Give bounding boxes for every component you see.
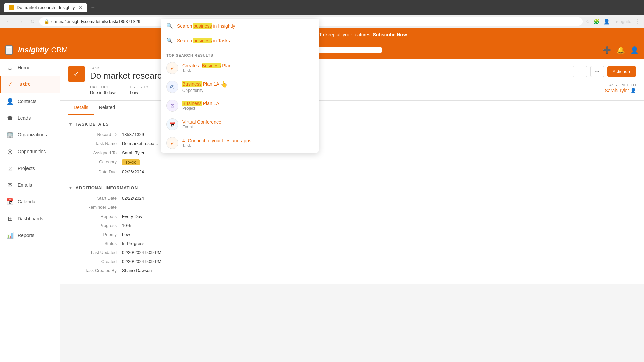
sidebar-item-projects[interactable]: ⧖ Projects	[0, 160, 60, 177]
created-row: Created 02/20/2024 9:09 PM	[68, 259, 636, 264]
search-tasks-icon: 🔍	[166, 37, 173, 44]
status-label: Status	[68, 241, 122, 246]
category-value: To-do	[122, 159, 636, 165]
extensions-icon[interactable]: 🧩	[593, 18, 600, 25]
notifications-icon[interactable]: 🔔	[616, 46, 625, 54]
sidebar-item-calendar[interactable]: 📅 Calendar	[0, 193, 60, 210]
tab-related[interactable]: Related	[94, 101, 120, 115]
hamburger-button[interactable]: ☰	[5, 45, 13, 55]
result-icon-1: ✓	[166, 62, 178, 74]
user-avatar[interactable]: 👤	[630, 46, 639, 54]
search-tasks-option[interactable]: 🔍 Search business in Tasks	[161, 33, 319, 48]
main-content: ✓ TASK Do market research ★ Date Due Due…	[60, 59, 644, 362]
top-results-label: TOP SEARCH RESULTS	[161, 51, 319, 59]
profile-icon[interactable]: 👤	[603, 18, 610, 25]
sidebar-item-reports[interactable]: 📊 Reports	[0, 227, 60, 244]
sidebar-label-reports: Reports	[18, 233, 34, 238]
result-content-1: Create a Business Plan Task	[182, 63, 231, 73]
result-type-2: Opportunity	[182, 88, 228, 93]
date-due-detail-row: Date Due 02/26/2024	[68, 169, 636, 174]
sidebar-item-opportunities[interactable]: ◎ Opportunities	[0, 143, 60, 160]
sidebar-item-contacts[interactable]: 👤 Contacts	[0, 93, 60, 110]
emails-icon: ✉	[6, 181, 14, 189]
progress-row: Progress 10%	[68, 223, 636, 228]
subscribe-link[interactable]: Subscribe Now	[373, 32, 407, 37]
assigned-to-label: Assigned To	[68, 150, 122, 155]
leads-icon: ⬟	[6, 114, 14, 122]
record-id-row: Record ID 185371329	[68, 132, 636, 137]
result-item-2[interactable]: ◎ Business Plan 1A 👆 Opportunity	[161, 77, 319, 96]
assigned-section: Assigned To Sarah Tyler 👤	[605, 83, 636, 93]
home-icon: ⌂	[6, 64, 14, 71]
actions-dropdown-button[interactable]: Actions ▾	[607, 66, 636, 77]
calendar-icon: 📅	[6, 198, 14, 205]
menu-icon[interactable]: ⋮	[635, 18, 640, 25]
sidebar-label-organizations: Organizations	[18, 132, 47, 137]
logo-icon: insightly	[18, 46, 48, 54]
date-due-detail-value: 02/26/2024	[122, 169, 636, 174]
priority-row: Priority Low	[68, 232, 636, 237]
sidebar-item-leads[interactable]: ⬟ Leads	[0, 110, 60, 126]
task-details-section: ▼ TASK DETAILS Record ID 185371329 Task …	[60, 115, 644, 284]
tab-title: Do market research - Insightly	[17, 5, 75, 10]
edit-button[interactable]: ✏	[590, 66, 604, 77]
result-title-4: Virtual Conference	[182, 119, 221, 125]
category-badge: To-do	[122, 159, 140, 165]
result-item-3[interactable]: ⧖ Business Plan 1A Project	[161, 96, 319, 115]
back-button[interactable]: ←	[4, 17, 13, 26]
sidebar-item-emails[interactable]: ✉ Emails	[0, 177, 60, 193]
reports-icon: 📊	[6, 232, 14, 239]
tasks-icon: ✓	[6, 81, 14, 88]
reminder-date-row: Reminder Date	[68, 205, 636, 210]
search-insightly-option[interactable]: 🔍 Search business in Insightly	[161, 19, 319, 33]
repeats-label: Repeats	[68, 214, 122, 219]
bookmark-icon[interactable]: ☆	[585, 18, 590, 25]
assigned-to-row: Assigned To Sarah Tyler	[68, 150, 636, 155]
result-title-3: Business Plan 1A	[182, 101, 219, 106]
priority-value: Low	[130, 90, 149, 95]
assigned-to-header-label: Assigned To	[605, 83, 636, 87]
organizations-icon: 🏢	[6, 131, 14, 138]
sidebar-item-tasks[interactable]: ✓ Tasks	[0, 76, 60, 93]
result-item-1[interactable]: ✓ Create a Business Plan Task	[161, 59, 319, 77]
task-details-label: TASK DETAILS	[75, 122, 109, 127]
priority-detail-value: Low	[122, 232, 636, 237]
page-header: ✓ TASK Do market research ★ Date Due Due…	[60, 59, 644, 101]
result-icon-5: ✓	[166, 137, 178, 149]
progress-label: Progress	[68, 223, 122, 228]
created-value: 02/20/2024 9:09 PM	[122, 259, 636, 264]
sidebar-item-home[interactable]: ⌂ Home	[0, 59, 60, 76]
status-row: Status In Progress	[68, 241, 636, 246]
new-tab-button[interactable]: +	[91, 4, 95, 11]
section-toggle-details[interactable]: ▼	[68, 122, 73, 127]
priority-label: Priority	[130, 85, 149, 89]
refresh-button[interactable]: ↻	[28, 17, 37, 26]
browser-actions: ☆ 🧩 👤 Incognito ⋮	[585, 18, 640, 25]
progress-value: 10%	[122, 223, 636, 228]
back-nav-button[interactable]: ←	[573, 66, 587, 77]
result-icon-2: ◎	[166, 81, 178, 93]
sidebar-label-emails: Emails	[18, 182, 32, 188]
tab-details[interactable]: Details	[68, 101, 94, 115]
sidebar-item-dashboards[interactable]: ⊞ Dashboards	[0, 210, 60, 227]
section-toggle-additional[interactable]: ▼	[68, 185, 73, 190]
search-dropdown: 🔍 Search business in Insightly 🔍 Search …	[161, 19, 319, 153]
result-item-4[interactable]: 📅 Virtual Conference Event	[161, 115, 319, 134]
lock-icon: 🔒	[44, 19, 49, 24]
browser-tab[interactable]: Do market research - Insightly ✕	[4, 3, 87, 12]
additional-info-header: ▼ ADDITIONAL INFORMATION	[68, 185, 636, 190]
task-details-header: ▼ TASK DETAILS	[68, 122, 636, 127]
tabs-bar: Details Related	[60, 101, 644, 115]
add-icon[interactable]: ➕	[603, 46, 611, 54]
start-date-label: Start Date	[68, 196, 122, 201]
browser-chrome: Do market research - Insightly ✕ +	[0, 0, 644, 15]
sidebar-item-organizations[interactable]: 🏢 Organizations	[0, 126, 60, 143]
app-body: ⌂ Home ✓ Tasks 👤 Contacts ⬟ Leads 🏢 Orga…	[0, 59, 644, 362]
close-tab-icon[interactable]: ✕	[79, 5, 82, 10]
date-due-value: Due in 6 days	[90, 90, 117, 95]
forward-button[interactable]: →	[16, 17, 25, 26]
result-type-5: Task	[182, 143, 251, 148]
task-name-row: Task Name Do market resea...	[68, 141, 636, 146]
result-item-5[interactable]: ✓ 4. Connect to your files and apps Task	[161, 134, 319, 153]
task-name-label: Task Name	[68, 141, 122, 146]
